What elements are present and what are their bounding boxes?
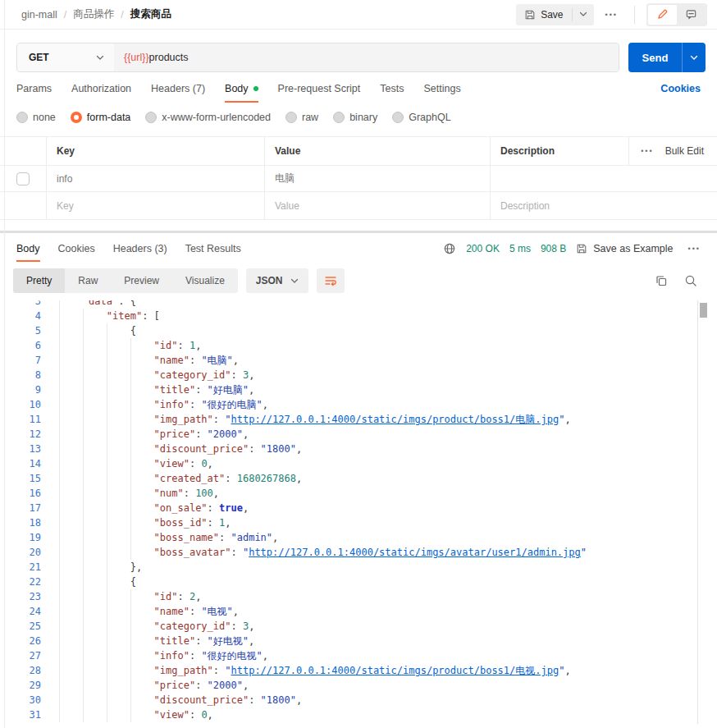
mode-x-www-form-urlencoded[interactable]: x-www-form-urlencoded (145, 112, 271, 123)
send-button[interactable]: Send (628, 43, 682, 72)
breadcrumb-workspace[interactable]: gin-mall (21, 9, 57, 21)
row-checkbox[interactable] (16, 172, 30, 185)
tab-pre-request-script[interactable]: Pre-request Script (278, 72, 361, 105)
request-tabs-row: Params Authorization Headers (7) Body Pr… (0, 72, 717, 105)
line-number: 11 (0, 412, 41, 427)
response-tab-headers[interactable]: Headers (3) (113, 233, 167, 264)
format-select[interactable]: JSON (246, 268, 308, 293)
method-url-container: GET {{url}}products (16, 43, 619, 72)
globe-icon[interactable] (443, 242, 456, 255)
mode-raw[interactable]: raw (285, 112, 318, 123)
request-tabs: Params Authorization Headers (7) Body Pr… (16, 72, 461, 105)
line-number: 7 (0, 353, 41, 368)
tab-params[interactable]: Params (16, 72, 52, 105)
mode-none[interactable]: none (16, 112, 56, 123)
mode-form-data[interactable]: form-data (71, 112, 131, 123)
divider (634, 6, 635, 24)
floppy-icon (576, 243, 587, 254)
mode-graphql[interactable]: GraphQL (392, 112, 450, 123)
code-gutter: 3456789101112131415161718192021222324252… (0, 300, 46, 724)
radio-icon (145, 112, 157, 123)
wrap-text-icon (324, 274, 337, 287)
search-icon[interactable] (684, 274, 697, 287)
bulk-edit-zone: ••• Bulk Edit (628, 137, 717, 165)
response-body-toolbar: Pretty Raw Preview Visualize JSON (0, 268, 717, 293)
row-checkbox-cell (0, 192, 46, 219)
response-tab-test-results[interactable]: Test Results (185, 233, 241, 264)
save-button[interactable]: Save (516, 4, 571, 25)
request-topbar: gin-mall / 商品操作 / 搜索商品 Save ••• (0, 0, 717, 30)
view-visualize-button[interactable]: Visualize (172, 268, 238, 293)
chevron-down-icon (690, 55, 698, 61)
save-as-example-button[interactable]: Save as Example (576, 243, 673, 254)
code-line: { (59, 323, 717, 338)
breadcrumb: gin-mall / 商品操作 / 搜索商品 (21, 7, 171, 21)
line-number: 12 (0, 427, 41, 442)
line-number: 4 (0, 309, 41, 323)
cookies-link[interactable]: Cookies (660, 83, 701, 94)
method-select[interactable]: GET (17, 43, 114, 71)
radio-icon (16, 112, 28, 123)
comments-button[interactable] (677, 5, 706, 25)
scrollbar-thumb[interactable] (700, 303, 707, 318)
more-actions-button[interactable]: ••• (601, 11, 623, 19)
view-preview-button[interactable]: Preview (111, 268, 172, 293)
code-line: "img_path": "http://127.0.0.1:4000/stati… (59, 412, 717, 427)
code-line: "info": "很好的电视", (59, 648, 717, 663)
response-body-actions (655, 274, 704, 287)
line-number: 16 (0, 486, 41, 501)
select-all-cell (0, 137, 46, 165)
line-number: 28 (0, 663, 41, 678)
topbar-actions: Save ••• (516, 3, 707, 26)
code-line: "boss_name": "admin", (59, 530, 717, 545)
send-options-button[interactable] (682, 43, 706, 72)
tab-authorization[interactable]: Authorization (71, 72, 131, 105)
key-cell-placeholder[interactable]: Key (46, 192, 264, 219)
response-tab-body[interactable]: Body (16, 233, 40, 264)
table-more-button[interactable]: ••• (641, 147, 653, 155)
copy-icon[interactable] (655, 274, 668, 287)
tab-tests[interactable]: Tests (380, 72, 404, 105)
url-input[interactable]: {{url}}products (114, 43, 619, 71)
response-header: Body Cookies Headers (3) Test Results 20… (0, 233, 717, 264)
chevron-down-icon (579, 11, 587, 17)
tab-headers[interactable]: Headers (7) (151, 72, 205, 105)
breadcrumb-separator: / (121, 9, 123, 21)
wrap-lines-button[interactable] (317, 268, 345, 293)
mode-binary[interactable]: binary (333, 112, 377, 123)
bulk-edit-button[interactable]: Bulk Edit (665, 145, 704, 157)
value-cell[interactable]: 电脑 (264, 166, 490, 191)
code-line: "boss_id": 1, (59, 515, 717, 530)
line-number: 5 (0, 323, 41, 338)
tab-body[interactable]: Body (225, 72, 258, 105)
code-line: "item": [ (59, 309, 717, 323)
response-more-button[interactable]: ••• (683, 245, 706, 253)
form-data-table: Key Value Description ••• Bulk Edit info… (0, 136, 717, 220)
code-line: "price": "2000", (59, 427, 717, 442)
code-line: "num": 100, (59, 486, 717, 501)
description-cell[interactable] (490, 166, 717, 191)
line-number: 10 (0, 397, 41, 412)
request-url-row: GET {{url}}products Send (16, 43, 706, 72)
scrollbar[interactable] (697, 300, 708, 724)
edit-request-button[interactable] (648, 5, 677, 25)
floppy-icon (524, 9, 536, 21)
response-tab-cookies[interactable]: Cookies (58, 233, 95, 264)
description-cell-placeholder[interactable]: Description (490, 192, 717, 219)
code-line: "view": 0, (59, 456, 717, 471)
tab-settings[interactable]: Settings (423, 72, 460, 105)
save-button-label: Save (541, 9, 563, 21)
line-number: 3 (0, 300, 41, 309)
value-cell-placeholder[interactable]: Value (264, 192, 490, 219)
view-pretty-button[interactable]: Pretty (13, 268, 65, 293)
key-cell[interactable]: info (46, 166, 264, 191)
breadcrumb-folder[interactable]: 商品操作 (73, 7, 114, 21)
code-line: { (59, 575, 717, 589)
radio-selected-icon (71, 112, 82, 123)
save-options-button[interactable] (573, 4, 594, 25)
line-number: 30 (0, 693, 41, 707)
breadcrumb-request-name[interactable]: 搜索商品 (130, 7, 171, 21)
view-raw-button[interactable]: Raw (65, 268, 111, 293)
code-line: "title": "好电视", (59, 634, 717, 648)
line-number: 19 (0, 530, 41, 545)
